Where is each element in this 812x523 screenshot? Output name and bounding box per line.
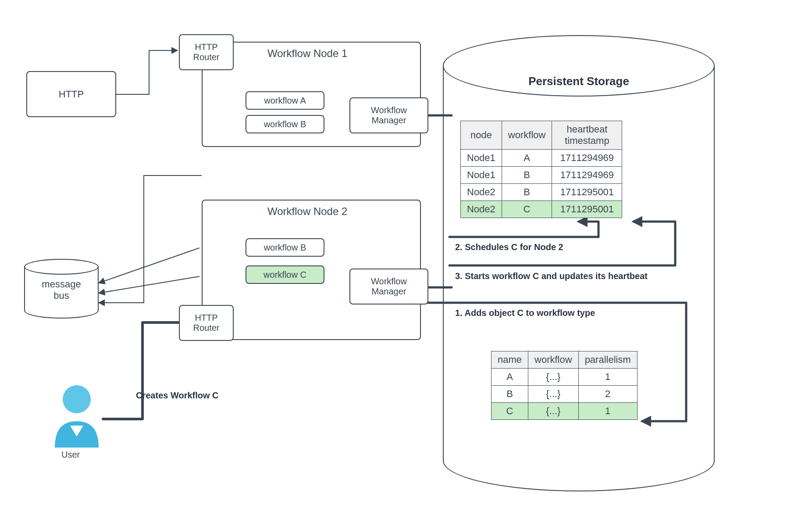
- node1-title: Workflow Node 1: [267, 47, 347, 60]
- node1-wf-b-label: workflow B: [264, 119, 306, 129]
- annotation-create: Creates Workflow C: [136, 390, 219, 401]
- table-row: Node1 A 1711294969: [461, 150, 622, 167]
- workflow-manager-1: Workflow Manager: [349, 97, 428, 133]
- heartbeat-table: node workflow heartbeat timestamp Node1 …: [460, 121, 622, 218]
- t2-h0: name: [491, 351, 528, 369]
- http-router-2: HTTP Router: [179, 305, 234, 341]
- message-bus-cylinder: message bus: [24, 259, 99, 318]
- http-router-1: HTTP Router: [179, 34, 234, 70]
- t1-h0: node: [461, 121, 502, 150]
- node2-workflow-c: workflow C: [246, 265, 324, 284]
- node2-wf-b-label: workflow B: [264, 243, 306, 253]
- diagram-canvas: HTTP Workflow Node 1 HTTP Router workflo…: [0, 0, 812, 523]
- t1-h1: workflow: [502, 121, 552, 150]
- user-label: User: [61, 450, 80, 460]
- annotation-step1: 1. Adds object C to workflow type: [455, 308, 595, 318]
- annotation-step2: 2. Schedules C for Node 2: [455, 242, 563, 252]
- t2-h1: workflow: [528, 351, 579, 369]
- workflow-manager-2: Workflow Manager: [349, 269, 428, 304]
- storage-title: Persistent Storage: [443, 75, 715, 88]
- table-row-highlighted: C {...} 1: [491, 403, 637, 420]
- node1-wf-a-label: workflow A: [264, 96, 306, 106]
- table-row-highlighted: Node2 C 1711295001: [461, 201, 622, 218]
- table-row: Node2 B 1711295001: [461, 184, 622, 201]
- http-label: HTTP: [59, 89, 84, 100]
- message-bus-label: message bus: [24, 279, 99, 301]
- wm2-label: Workflow Manager: [371, 276, 407, 297]
- table-row: B {...} 2: [491, 386, 637, 403]
- svg-point-0: [63, 385, 91, 413]
- workflow-type-table: name workflow parallelism A {...} 1 B {.…: [491, 351, 637, 420]
- http-router-1-label: HTTP Router: [193, 42, 219, 62]
- annotation-step3: 3. Starts workflow C and updates its hea…: [455, 271, 648, 281]
- http-box: HTTP: [26, 71, 116, 117]
- node1-workflow-b: workflow B: [246, 115, 324, 133]
- node2-wf-c-label: workflow C: [264, 270, 306, 280]
- http-router-2-label: HTTP Router: [193, 313, 219, 333]
- t1-h2: heartbeat timestamp: [552, 121, 622, 150]
- table-row: A {...} 1: [491, 369, 637, 386]
- table-row: Node1 B 1711294969: [461, 167, 622, 184]
- node1-workflow-a: workflow A: [246, 91, 324, 110]
- node2-title: Workflow Node 2: [267, 205, 347, 218]
- user-icon: [48, 382, 105, 449]
- node2-workflow-b: workflow B: [246, 238, 324, 257]
- wm1-label: Workflow Manager: [371, 105, 407, 125]
- t2-h2: parallelism: [578, 351, 637, 369]
